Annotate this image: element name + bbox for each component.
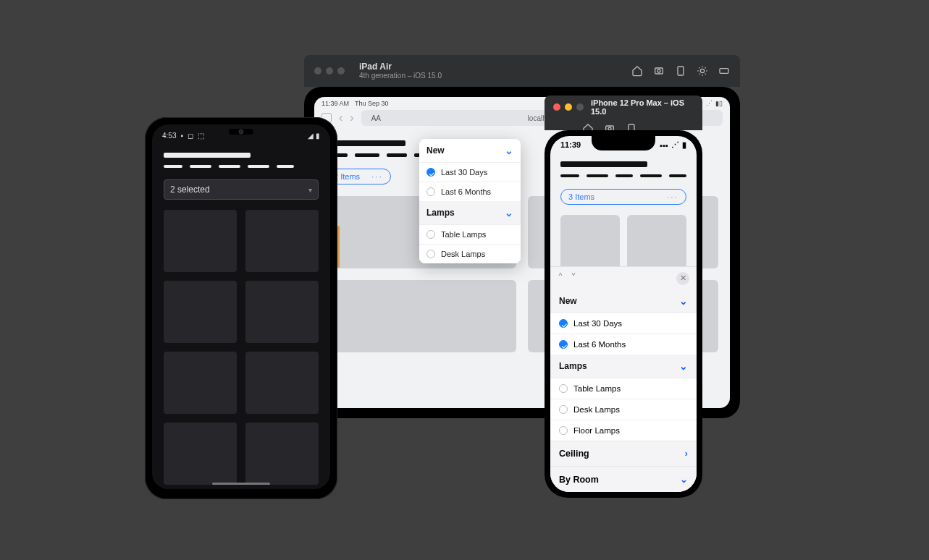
product-card[interactable] [245, 352, 319, 414]
home-icon[interactable] [631, 65, 643, 77]
svg-rect-4 [720, 69, 728, 74]
signal-icon: ▪▪▪ [660, 141, 668, 150]
android-device: 4:53 ▪ ◻ ⬚ ◢ ▮ 2 selected ▾ [145, 117, 337, 499]
radio-icon [559, 384, 568, 393]
product-card[interactable] [245, 210, 319, 272]
battery-icon: ▮ [316, 132, 320, 140]
filter-group-ceiling[interactable]: Ceiling › [550, 441, 697, 466]
close-icon[interactable]: ✕ [676, 272, 689, 285]
option-label: Table Lamps [573, 384, 621, 393]
filter-bottom-sheet: ˄ ˅ ✕ New ⌄ Last 30 Days Last 6 Months [550, 266, 697, 492]
filter-select[interactable]: 2 selected ▾ [164, 179, 319, 200]
filter-group-header-new[interactable]: New ⌄ [419, 139, 521, 162]
group-title: Lamps [426, 208, 455, 218]
lock-icon: ◻ [188, 132, 193, 140]
filter-group-header-lamps[interactable]: Lamps ⌄ [550, 355, 697, 378]
sim-toolbar-icons [631, 65, 730, 77]
status-time: 11:39 AM [321, 100, 349, 107]
filter-group-header-new[interactable]: New ⌄ [550, 289, 697, 313]
product-card[interactable] [627, 215, 686, 270]
filter-option-table-lamps[interactable]: Table Lamps [550, 378, 697, 399]
battery-icon: ▮▯ [715, 100, 723, 107]
product-card[interactable] [245, 281, 319, 343]
iphone-sim-toolbar: iPhone 12 Pro Max – iOS 15.0 [545, 96, 702, 130]
category-chips [560, 174, 686, 177]
ipad-sim-toolbar: iPad Air 4th generation – iOS 15.0 [304, 55, 740, 87]
option-label: Desk Lamps [441, 250, 485, 258]
product-card[interactable] [164, 210, 237, 272]
radio-icon [559, 405, 568, 414]
product-card[interactable] [560, 215, 620, 270]
page-content: 2 selected ▾ [152, 143, 330, 489]
signal-icon: ◢ [308, 132, 314, 140]
product-grid [164, 210, 319, 485]
text-size-icon[interactable]: AA [371, 114, 381, 122]
filter-pill-label: 2 Items [334, 172, 360, 181]
select-label: 2 selected [170, 184, 210, 195]
chevron-down-icon: ⌄ [505, 207, 513, 219]
page-title-skeleton [326, 140, 405, 146]
checkmark-icon [426, 168, 435, 177]
radio-icon [559, 426, 568, 435]
option-label: Last 6 Months [573, 340, 626, 349]
iphone-screen: 11:39 ▪▪▪ ⋰ ▮ 3 Items ··· [550, 136, 697, 492]
filter-option-last30[interactable]: Last 30 Days [550, 313, 697, 334]
option-label: Desk Lamps [573, 405, 620, 414]
group-title: New [559, 296, 577, 306]
battery-icon: ▮ [682, 140, 686, 150]
power-button[interactable] [337, 226, 340, 268]
filter-group-by-room[interactable]: By Room ⌄ [550, 466, 697, 492]
status-date: Thu Sep 30 [355, 100, 389, 107]
wifi-icon: ⋰ [671, 140, 679, 150]
filter-option-last6mo[interactable]: Last 6 Months [419, 182, 521, 201]
filter-option-desk-lamps[interactable]: Desk Lamps [419, 244, 521, 263]
chevron-up-icon[interactable]: ˄ [558, 271, 563, 285]
traffic-lights[interactable] [314, 67, 345, 75]
sim-title: iPad Air 4th generation – iOS 15.0 [359, 62, 442, 80]
bug-icon: ⬚ [198, 132, 204, 140]
filter-pill[interactable]: 3 Items ··· [560, 189, 686, 205]
sim-title-text: iPad Air [359, 62, 442, 72]
filter-option-last6mo[interactable]: Last 6 Months [550, 334, 697, 355]
filter-option-table-lamps[interactable]: Table Lamps [419, 224, 521, 244]
back-icon[interactable]: ‹ [339, 111, 342, 124]
svg-rect-2 [678, 67, 684, 75]
keyboard-icon[interactable] [718, 65, 730, 77]
chevron-down-icon: ⌄ [679, 295, 688, 307]
filter-option-desk-lamps[interactable]: Desk Lamps [550, 399, 697, 420]
status-time: 4:53 [162, 132, 176, 140]
product-card[interactable] [245, 423, 319, 485]
chevron-down-icon[interactable]: ˅ [571, 271, 576, 285]
product-card[interactable] [164, 352, 237, 414]
sim-title-text: iPhone 12 Pro Max – iOS 15.0 [591, 98, 694, 116]
filter-popover: New ⌄ Last 30 Days Last 6 Months Lamps ⌄… [419, 139, 521, 263]
filter-option-floor-lamps[interactable]: Floor Lamps [550, 420, 697, 441]
group-title: Lamps [559, 361, 587, 371]
chevron-down-icon: ⌄ [679, 360, 688, 372]
page-title-skeleton [164, 153, 251, 158]
filter-option-last30[interactable]: Last 30 Days [419, 162, 521, 182]
option-label: Last 30 Days [441, 168, 487, 177]
filter-pill-label: 3 Items [568, 192, 594, 201]
group-title: By Room [559, 475, 599, 485]
chevron-right-icon: › [685, 449, 688, 459]
notch [592, 136, 655, 150]
chevron-down-icon: ⌄ [505, 145, 513, 156]
category-chips [164, 165, 319, 168]
brightness-icon[interactable] [697, 65, 708, 77]
traffic-lights[interactable] [553, 103, 584, 111]
home-indicator[interactable] [212, 483, 270, 485]
rotate-icon[interactable] [675, 65, 686, 77]
product-card[interactable] [164, 281, 237, 343]
android-screen: 4:53 ▪ ◻ ⬚ ◢ ▮ 2 selected ▾ [152, 124, 330, 489]
android-bezel: 4:53 ▪ ◻ ⬚ ◢ ▮ 2 selected ▾ [145, 117, 337, 499]
option-label: Table Lamps [441, 230, 486, 239]
checkmark-icon [559, 340, 568, 349]
product-card[interactable] [164, 423, 237, 485]
product-card[interactable] [326, 280, 516, 352]
radio-icon [426, 187, 435, 196]
sheet-controls: ˄ ˅ ✕ [550, 267, 697, 289]
forward-icon[interactable]: › [350, 111, 353, 124]
filter-group-header-lamps[interactable]: Lamps ⌄ [419, 201, 521, 224]
screenshot-icon[interactable] [653, 65, 665, 77]
